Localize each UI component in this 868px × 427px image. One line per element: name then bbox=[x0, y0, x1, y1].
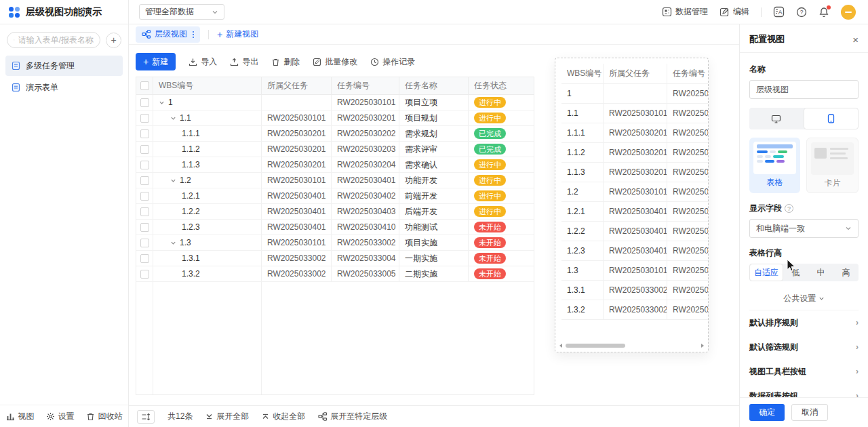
scroll-left-icon[interactable] bbox=[559, 344, 562, 348]
row-checkbox[interactable] bbox=[136, 142, 153, 157]
wbs-tree-cell[interactable]: 1.1.1 bbox=[153, 126, 262, 141]
wbs-tree-cell[interactable]: 1 bbox=[153, 95, 262, 110]
table-row[interactable]: 1.2.1RW2025030401RW2025030402前端开发进行中 bbox=[136, 188, 534, 204]
recycle-bin-button[interactable]: 回收站 bbox=[86, 411, 123, 422]
confirm-button[interactable]: 确定 bbox=[749, 404, 785, 421]
table-row[interactable]: 1.3RW2025030101RW2025033002项目实施未开始 bbox=[136, 235, 534, 251]
row-checkbox[interactable] bbox=[136, 204, 153, 219]
preview-column-header[interactable]: 任务编号 bbox=[667, 64, 709, 83]
scroll-right-icon[interactable] bbox=[701, 344, 704, 348]
tree-expand-icon[interactable] bbox=[159, 100, 165, 106]
wbs-number: 1.2 bbox=[180, 176, 191, 185]
table-row[interactable]: 1.2.3RW2025030401RW2025030410功能测试未开始 bbox=[136, 220, 534, 235]
new-record-button[interactable]: + 新建 bbox=[136, 53, 176, 70]
table-row[interactable]: 1.1.2RW2025030201RW2025030203需求评审已完成 bbox=[136, 142, 534, 157]
row-height-option-3[interactable]: 中 bbox=[808, 264, 833, 281]
row-checkbox[interactable] bbox=[136, 95, 153, 110]
avatar[interactable] bbox=[841, 5, 856, 20]
task-code-cell: RW2025030204 bbox=[332, 157, 399, 172]
table-row[interactable]: 1RW2025030101项目立项进行中 bbox=[136, 95, 534, 110]
select-all-checkbox[interactable] bbox=[136, 77, 153, 94]
row-checkbox[interactable] bbox=[136, 220, 153, 235]
row-checkbox[interactable] bbox=[136, 110, 153, 125]
cancel-button[interactable]: 取消 bbox=[791, 404, 828, 421]
notifications-button[interactable] bbox=[818, 7, 829, 18]
expand-to-level-button[interactable]: 展开至特定层级 bbox=[318, 411, 387, 422]
row-checkbox[interactable] bbox=[136, 266, 153, 281]
table-row[interactable]: 1.3.1RW2025033002RW2025033004一期实施未开始 bbox=[136, 251, 534, 266]
preview-horizontal-scrollbar[interactable] bbox=[559, 342, 704, 348]
row-height-option-1[interactable]: 自适应 bbox=[749, 264, 783, 281]
task-code-cell: RW2025030402 bbox=[332, 188, 399, 203]
tree-expand-icon[interactable] bbox=[170, 178, 176, 184]
config-section-3[interactable]: 视图工具栏按钮› bbox=[749, 359, 859, 384]
wbs-tree-cell[interactable]: 1.2 bbox=[153, 173, 262, 188]
row-checkbox[interactable] bbox=[136, 157, 153, 172]
language-icon[interactable]: A bbox=[773, 6, 785, 18]
sidebar-item-2[interactable]: 演示表单 bbox=[5, 77, 123, 98]
row-checkbox[interactable] bbox=[136, 235, 153, 250]
scrollbar-thumb[interactable] bbox=[566, 344, 625, 348]
data-scope-dropdown[interactable]: 管理全部数据 bbox=[139, 4, 224, 20]
desktop-toggle[interactable] bbox=[749, 108, 804, 129]
row-checkbox[interactable] bbox=[136, 188, 153, 203]
views-button[interactable]: 视图 bbox=[6, 411, 35, 422]
preview-column-header[interactable]: 所属父任务 bbox=[604, 64, 667, 83]
wbs-tree-cell[interactable]: 1.1.2 bbox=[153, 142, 262, 157]
table-row[interactable]: 1.2.2RW2025030401RW2025030403后端开发进行中 bbox=[136, 204, 534, 220]
settings-button[interactable]: 设置 bbox=[46, 411, 75, 422]
view-type-table-card[interactable]: 表格 bbox=[749, 138, 800, 193]
hierarchy-icon bbox=[318, 412, 327, 421]
collapse-all-button[interactable]: 收起全部 bbox=[262, 411, 305, 422]
delete-button[interactable]: 删除 bbox=[271, 56, 300, 68]
config-section-4[interactable]: 数据列表按钮› bbox=[749, 384, 859, 397]
new-view-button[interactable]: + 新建视图 bbox=[217, 28, 258, 40]
import-button[interactable]: 导入 bbox=[189, 56, 217, 68]
wbs-tree-cell[interactable]: 1.3 bbox=[153, 235, 262, 250]
row-height-option-4[interactable]: 高 bbox=[833, 264, 859, 281]
view-name-input[interactable]: 层级视图 bbox=[749, 80, 859, 99]
common-settings-link[interactable]: 公共设置 bbox=[749, 293, 859, 304]
wbs-tree-cell[interactable]: 1.2.3 bbox=[153, 220, 262, 235]
data-manage-button[interactable]: 数据管理 bbox=[662, 6, 708, 18]
wbs-tree-cell[interactable]: 1.1 bbox=[153, 110, 262, 125]
preview-column-header[interactable]: WBS编号 bbox=[561, 64, 604, 83]
search-input[interactable]: 请输入表单/报表名称 bbox=[7, 32, 100, 48]
add-form-button[interactable]: + bbox=[106, 33, 121, 48]
view-type-card-card[interactable]: 卡片 bbox=[806, 138, 859, 193]
batch-edit-button[interactable]: 批量修改 bbox=[313, 56, 357, 68]
table-row[interactable]: 1.1RW2025030101RW2025030201项目规划进行中 bbox=[136, 110, 534, 126]
edit-button[interactable]: 编辑 bbox=[719, 6, 749, 18]
wbs-tree-cell[interactable]: 1.3.2 bbox=[153, 266, 262, 281]
wbs-tree-cell[interactable]: 1.3.1 bbox=[153, 251, 262, 266]
preview-row: 1.1RW2025030101RW2025030201 bbox=[561, 104, 709, 123]
tab-more-icon[interactable] bbox=[193, 31, 194, 38]
tree-expand-icon[interactable] bbox=[170, 115, 176, 121]
config-section-2[interactable]: 默认筛选规则› bbox=[749, 335, 859, 359]
table-row[interactable]: 1.3.2RW2025033002RW2025033005二期实施未开始 bbox=[136, 266, 534, 282]
display-fields-select[interactable]: 和电脑端一致 bbox=[749, 219, 859, 238]
row-height-button[interactable] bbox=[137, 410, 155, 424]
help-icon[interactable]: ? bbox=[796, 7, 807, 18]
mobile-toggle[interactable] bbox=[804, 108, 859, 129]
sidebar-item-1[interactable]: 多级任务管理 bbox=[5, 56, 123, 76]
row-checkbox[interactable] bbox=[136, 173, 153, 188]
wbs-tree-cell[interactable]: 1.2.2 bbox=[153, 204, 262, 219]
tree-expand-icon[interactable] bbox=[170, 240, 176, 246]
expand-all-button[interactable]: 展开全部 bbox=[205, 411, 249, 422]
row-checkbox[interactable] bbox=[136, 126, 153, 141]
export-button[interactable]: 导出 bbox=[230, 56, 258, 68]
tab-hierarchy-view[interactable]: 层级视图 bbox=[136, 26, 200, 43]
config-section-1[interactable]: 默认排序规则› bbox=[749, 310, 859, 335]
operation-log-button[interactable]: 操作记录 bbox=[370, 56, 415, 68]
wbs-tree-cell[interactable]: 1.1.3 bbox=[153, 157, 262, 172]
table-row[interactable]: 1.2RW2025030101RW2025030401功能开发进行中 bbox=[136, 173, 534, 188]
wbs-tree-cell[interactable]: 1.2.1 bbox=[153, 188, 262, 203]
table-row[interactable]: 1.1.1RW2025030201RW2025030202需求规划已完成 bbox=[136, 126, 534, 142]
table-row[interactable]: 1.1.3RW2025030201RW2025030204需求确认进行中 bbox=[136, 157, 534, 173]
row-checkbox[interactable] bbox=[136, 251, 153, 266]
help-icon[interactable]: ? bbox=[785, 204, 793, 213]
preview-cell: RW2025033005 bbox=[667, 300, 709, 319]
row-height-option-2[interactable]: 低 bbox=[783, 264, 808, 281]
close-icon[interactable]: × bbox=[852, 35, 859, 45]
